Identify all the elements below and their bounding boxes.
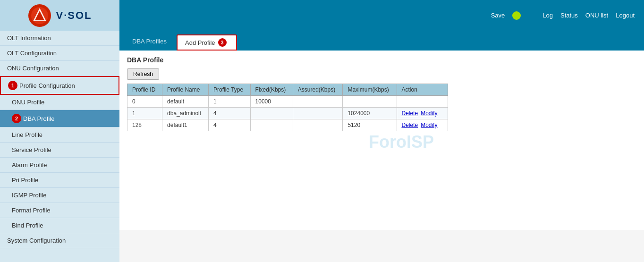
status-link[interactable]: Status — [560, 12, 578, 19]
sidebar-item-dba-profile[interactable]: 2 DBA Profile — [0, 110, 119, 127]
sidebar-item-profile-configuration[interactable]: 1 Profile Configuration — [0, 76, 119, 95]
col-profile-name: Profile Name — [162, 84, 209, 96]
logout-link[interactable]: Logout — [616, 12, 635, 19]
col-fixed: Fixed(Kbps) — [250, 84, 293, 96]
sidebar-item-olt-configuration[interactable]: OLT Configuration — [0, 46, 119, 61]
sidebar-item-bind-profile[interactable]: Bind Profile — [0, 218, 119, 233]
sidebar-item-pri-profile[interactable]: Pri Profile — [0, 173, 119, 188]
dba-profile-table: Profile ID Profile Name Profile Type Fix… — [127, 84, 448, 131]
sidebar-item-service-profile[interactable]: Service Profile — [0, 143, 119, 158]
table-row: 0default110000 — [127, 96, 448, 108]
modify-link[interactable]: Modify — [421, 110, 437, 117]
table-row: 128default145120DeleteModify — [127, 119, 448, 131]
delete-link[interactable]: Delete — [402, 122, 418, 128]
badge-1: 1 — [8, 81, 17, 90]
tab-bar: DBA Profiles Add Profile 3 — [119, 31, 644, 51]
sidebar: OLT Information OLT Configuration ONU Co… — [0, 31, 119, 262]
badge-2: 2 — [12, 114, 21, 123]
save-button[interactable]: Save — [491, 12, 505, 19]
sidebar-item-format-profile[interactable]: Format Profile — [0, 203, 119, 218]
sidebar-item-system-configuration[interactable]: System Configuration — [0, 233, 119, 248]
badge-3: 3 — [218, 38, 227, 47]
modify-link[interactable]: Modify — [421, 122, 437, 128]
sidebar-item-onu-configuration[interactable]: ONU Configuration — [0, 61, 119, 76]
delete-link[interactable]: Delete — [402, 110, 418, 117]
sidebar-item-alarm-profile[interactable]: Alarm Profile — [0, 158, 119, 173]
table-row: 1dba_adminolt41024000DeleteModify — [127, 108, 448, 119]
tab-add-profile[interactable]: Add Profile 3 — [177, 34, 237, 51]
sidebar-item-igmp-profile[interactable]: IGMP Profile — [0, 188, 119, 203]
onu-list-link[interactable]: ONU list — [585, 12, 608, 19]
sidebar-item-olt-information[interactable]: OLT Information — [0, 31, 119, 46]
log-link[interactable]: Log — [542, 12, 553, 19]
col-profile-type: Profile Type — [209, 84, 251, 96]
col-action: Action — [397, 84, 448, 96]
main-content: DBA Profiles Add Profile 3 DBA Profile R… — [119, 31, 644, 262]
refresh-button[interactable]: Refresh — [127, 68, 159, 80]
logo-text: V·SOL — [56, 9, 92, 22]
tab-dba-profiles[interactable]: DBA Profiles — [124, 34, 175, 51]
logo-area: V·SOL — [0, 0, 119, 31]
col-profile-id: Profile ID — [127, 84, 162, 96]
logo-icon — [27, 3, 52, 28]
sidebar-item-line-profile[interactable]: Line Profile — [0, 127, 119, 143]
watermark: ForoISP — [369, 132, 434, 152]
status-indicator — [512, 11, 521, 20]
col-maximum: Maximum(Kbps) — [343, 84, 397, 96]
section-title: DBA Profile — [127, 56, 636, 64]
sidebar-item-onu-profile[interactable]: ONU Profile — [0, 95, 119, 110]
col-assured: Assured(Kbps) — [293, 84, 343, 96]
